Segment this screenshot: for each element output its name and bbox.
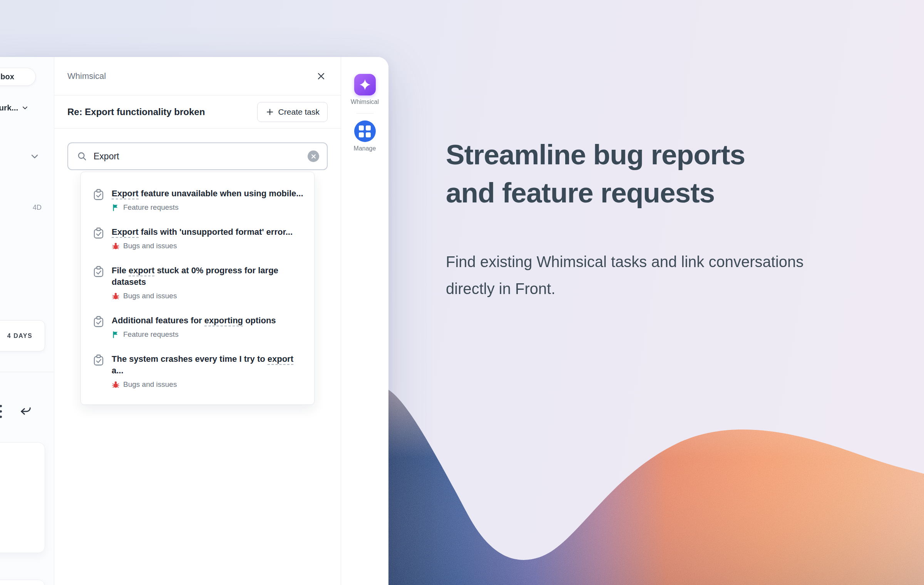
message-card[interactable] <box>0 580 45 585</box>
more-options-button[interactable] <box>0 403 3 420</box>
flag-icon <box>112 204 120 212</box>
chevron-down-icon <box>21 104 29 112</box>
clear-x-icon <box>311 154 316 159</box>
whimsical-plugin-panel: Whimsical Re: Export functionality broke… <box>54 57 341 585</box>
whimsical-star-icon <box>360 79 370 90</box>
hero-body-line1: Find existing Whimsical tasks and link c… <box>446 248 803 275</box>
plugin-rail: Whimsical Manage <box>341 57 388 585</box>
hero-heading: Streamline bug reports and feature reque… <box>446 135 803 212</box>
task-tag-label: Bugs and issues <box>123 292 177 300</box>
task-title: Export feature unavailable when using mo… <box>112 188 303 199</box>
flag-icon <box>112 331 120 339</box>
sidebar-divider <box>0 372 54 372</box>
team-selector[interactable]: Turk... <box>0 99 29 116</box>
task-tag: Bugs and issues <box>112 242 293 250</box>
chevron-down-icon <box>29 151 40 162</box>
bug-icon <box>112 292 120 300</box>
conversation-subject: Re: Export functionality broken <box>67 107 205 117</box>
my-inbox-label: my inbox <box>0 72 14 81</box>
reply-arrow-icon <box>19 405 32 418</box>
manage-rail-label: Manage <box>354 145 376 152</box>
grid-square <box>366 125 371 130</box>
task-tag: Bugs and issues <box>112 380 305 389</box>
task-title: The system crashes every time I try to e… <box>112 353 305 376</box>
front-app-window: my inbox Turk... 4D 4 DAYS Whimsical <box>0 57 388 585</box>
task-tag: Feature requests <box>112 203 303 212</box>
create-task-button[interactable]: Create task <box>257 102 328 122</box>
hero-heading-line1: Streamline bug reports <box>446 135 803 174</box>
task-icon <box>92 226 105 240</box>
bug-icon <box>112 381 120 389</box>
days-separator-badge: 4 DAYS <box>0 320 45 351</box>
task-icon <box>92 188 105 202</box>
task-icon <box>92 315 105 329</box>
clear-search-button[interactable] <box>308 150 319 162</box>
task-result-item[interactable]: File export stuck at 0% progress for lar… <box>81 257 314 308</box>
conversation-timestamp: 4D <box>33 204 42 212</box>
task-result-item[interactable]: Export feature unavailable when using mo… <box>81 181 314 219</box>
task-results-list: Export feature unavailable when using mo… <box>80 172 315 405</box>
hero-body-line2: directly in Front. <box>446 275 803 302</box>
task-icon <box>92 265 105 279</box>
task-result-item[interactable]: Export fails with 'unsupported format' e… <box>81 219 314 257</box>
search-input-value: Export <box>94 151 301 162</box>
rail-divider <box>357 113 373 114</box>
team-selector-label: Turk... <box>0 103 18 112</box>
create-task-label: Create task <box>278 107 320 117</box>
task-title: Additional features for exporting option… <box>112 315 276 326</box>
manage-icon[interactable] <box>354 120 376 142</box>
reply-button[interactable] <box>19 405 32 418</box>
my-inbox-pill[interactable]: my inbox <box>0 68 36 86</box>
inbox-sidebar: my inbox Turk... 4D 4 DAYS <box>0 57 54 585</box>
task-result-item[interactable]: Additional features for exporting option… <box>81 308 314 346</box>
task-tag-label: Feature requests <box>123 203 179 212</box>
close-panel-button[interactable] <box>312 67 330 85</box>
task-tag: Feature requests <box>112 330 276 339</box>
hero-body: Find existing Whimsical tasks and link c… <box>446 248 803 302</box>
gradient-wave-art <box>388 387 924 585</box>
task-tag-label: Feature requests <box>123 330 179 339</box>
hero-heading-line2: and feature requests <box>446 174 803 212</box>
task-tag-label: Bugs and issues <box>123 242 177 250</box>
grid-square <box>359 132 364 137</box>
task-title: Export fails with 'unsupported format' e… <box>112 226 293 238</box>
section-collapse-chevron[interactable] <box>29 151 40 162</box>
whimsical-app-icon[interactable] <box>354 74 376 95</box>
plus-icon <box>265 107 275 117</box>
whimsical-rail-label: Whimsical <box>351 99 379 105</box>
task-tag-label: Bugs and issues <box>123 380 177 389</box>
search-input[interactable]: Export <box>67 142 328 170</box>
grid-square <box>359 125 364 130</box>
conversation-subject-row: Re: Export functionality broken Create t… <box>54 95 341 129</box>
plugin-title: Whimsical <box>67 71 106 81</box>
hero-section: Streamline bug reports and feature reque… <box>446 135 803 302</box>
grid-square <box>366 132 371 137</box>
plugin-panel-header: Whimsical <box>54 57 341 95</box>
task-tag: Bugs and issues <box>112 292 305 300</box>
task-icon <box>92 353 105 367</box>
bug-icon <box>112 242 120 250</box>
close-icon <box>316 71 326 82</box>
search-icon <box>77 151 87 162</box>
task-result-item[interactable]: The system crashes every time I try to e… <box>81 346 314 396</box>
message-card[interactable] <box>0 442 45 553</box>
task-title: File export stuck at 0% progress for lar… <box>112 265 305 288</box>
task-search-area: Export Export feature unavailable when u… <box>54 129 341 405</box>
days-separator-label: 4 DAYS <box>7 333 32 339</box>
kebab-menu-icon <box>0 403 3 420</box>
